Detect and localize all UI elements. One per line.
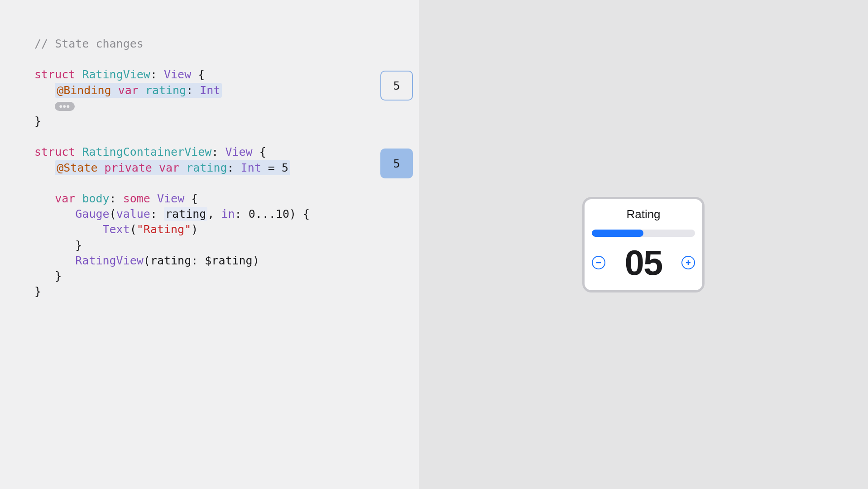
rating-number: 05 <box>625 245 662 280</box>
value-label: value <box>116 207 150 221</box>
code-line-brace1: } <box>34 114 384 129</box>
state-value-box: 5 <box>380 149 413 178</box>
code-line-binding: @Binding var rating: Int <box>34 83 384 98</box>
code-line-fold: ●●● <box>34 98 384 114</box>
code-line-struct1: struct RatingView: View { <box>34 67 384 82</box>
view-type: View <box>157 192 184 205</box>
struct-keyword: struct <box>34 68 75 81</box>
struct2-protocol: View <box>225 145 252 158</box>
increment-button[interactable] <box>681 256 695 269</box>
binding-decorator: @Binding <box>57 84 111 97</box>
code-editor-panel: // State changes struct RatingView: View… <box>0 0 419 489</box>
rating-controls: 05 <box>592 245 695 280</box>
minus-icon <box>595 259 602 266</box>
code-line-brace3: } <box>34 268 384 284</box>
decrement-button[interactable] <box>592 256 605 269</box>
rating-title: Rating <box>592 207 695 221</box>
code-fold-toggle[interactable]: ●●● <box>55 102 75 111</box>
var-keyword: var <box>55 192 75 205</box>
plus-icon <box>685 259 691 266</box>
blank-line <box>34 176 384 191</box>
code-comment: // State changes <box>34 36 384 52</box>
blank-line <box>34 129 384 144</box>
private-keyword: private <box>105 161 152 174</box>
rating-gauge <box>592 230 695 237</box>
state-decorator: @State <box>57 161 97 174</box>
rating-widget: Rating 05 <box>582 197 705 292</box>
code-line-body: var body: some View { <box>34 191 384 206</box>
rating-arg-label: rating <box>150 254 191 267</box>
code-line-ratingview-call: RatingView(rating: $rating) <box>34 253 384 268</box>
binding-value-box: 5 <box>380 71 413 101</box>
preview-panel: Rating 05 <box>419 0 868 489</box>
text-call: Text <box>103 223 130 236</box>
struct2-name: RatingContainerView <box>82 145 211 158</box>
var-keyword: var <box>118 84 139 97</box>
int-type: Int <box>200 84 220 97</box>
rating-arg: $rating <box>205 254 252 267</box>
code-line-brace4: } <box>34 284 384 299</box>
code-line-state: @State private var rating: Int = 5 <box>34 160 384 176</box>
struct-keyword: struct <box>34 145 75 158</box>
binding-name: rating <box>145 84 186 97</box>
code-line-text: Text("Rating") <box>34 222 384 237</box>
gauge-call: Gauge <box>75 207 109 221</box>
int-type: Int <box>241 161 261 174</box>
rating-ref: rating <box>165 207 206 221</box>
ratingview-call: RatingView <box>75 254 144 267</box>
state-name: rating <box>186 161 227 174</box>
body-name: body <box>82 192 109 205</box>
text-literal: "Rating" <box>137 223 191 236</box>
in-label: in <box>221 207 235 221</box>
blank-line <box>34 52 384 67</box>
code-line-struct2: struct RatingContainerView: View { <box>34 144 384 160</box>
some-keyword: some <box>123 192 150 205</box>
range: 0...10 <box>249 207 289 221</box>
code-line-brace2: } <box>34 238 384 253</box>
struct1-protocol: View <box>164 68 191 81</box>
code-line-gauge: Gauge(value: rating, in: 0...10) { <box>34 206 384 222</box>
var-keyword: var <box>159 161 179 174</box>
state-default: 5 <box>282 161 288 174</box>
rating-gauge-fill <box>592 230 643 237</box>
struct1-name: RatingView <box>82 68 150 81</box>
